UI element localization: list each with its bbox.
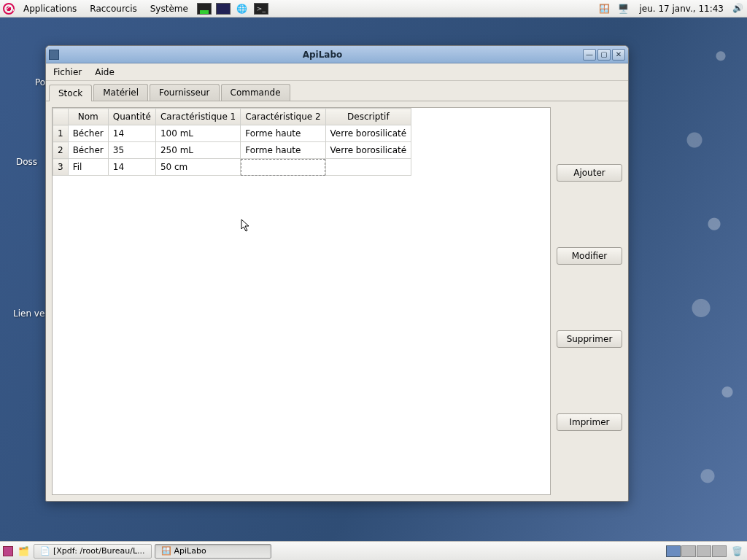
table-cell[interactable]: 3: [53, 159, 69, 176]
app-window: ApiLabo — ▢ ✕ Fichier Aide Stock Matérie…: [45, 45, 629, 502]
col-carac1[interactable]: Caractéristique 1: [155, 109, 240, 125]
col-quantite[interactable]: Quantité: [108, 109, 155, 125]
table-cell[interactable]: Fil: [68, 159, 108, 176]
table-cell[interactable]: 250 mL: [155, 142, 240, 159]
table-cell[interactable]: 35: [108, 142, 155, 159]
table-cell[interactable]: 100 mL: [155, 125, 240, 142]
web-icon[interactable]: 🌐: [235, 3, 249, 15]
clock[interactable]: jeu. 17 janv., 11:43: [635, 4, 728, 14]
sysmon-icon[interactable]: [197, 3, 212, 15]
table-wrap[interactable]: Nom Quantité Caractéristique 1 Caractéri…: [52, 107, 551, 495]
table-cell[interactable]: Bécher: [68, 142, 108, 159]
window-list-icon[interactable]: 🗂️: [16, 545, 31, 557]
menu-raccourcis[interactable]: Raccourcis: [85, 2, 141, 15]
task-label: ApiLabo: [174, 546, 206, 556]
debian-logo-icon[interactable]: [3, 3, 15, 15]
minimize-button[interactable]: —: [583, 49, 596, 61]
button-sidebar: Ajouter Modifier Supprimer Imprimer: [557, 107, 622, 495]
wallpaper-decor: [616, 0, 747, 560]
task-app-icon: 📄: [40, 546, 50, 556]
close-button[interactable]: ✕: [612, 49, 625, 61]
workspace-1[interactable]: [666, 545, 681, 557]
workspace-2[interactable]: [681, 545, 696, 557]
desktop-icon-label: Doss: [16, 157, 37, 167]
modifier-button[interactable]: Modifier: [557, 247, 622, 265]
titlebar[interactable]: ApiLabo — ▢ ✕: [46, 46, 628, 63]
menubar: Fichier Aide: [46, 63, 628, 81]
tray-icon-1[interactable]: 🪟: [597, 3, 611, 15]
table-cell[interactable]: Forme haute: [241, 142, 325, 159]
window-title: ApiLabo: [63, 50, 581, 60]
bottom-panel: 🗂️ 📄 [Xpdf: /root/Bureau/L... 🪟 ApiLabo …: [0, 541, 747, 560]
client-area: Nom Quantité Caractéristique 1 Caractéri…: [46, 101, 628, 501]
table-cell[interactable]: Verre borosilicaté: [325, 125, 411, 142]
task-app-icon: 🪟: [161, 546, 171, 556]
tab-commande[interactable]: Commande: [221, 84, 290, 101]
col-rownum[interactable]: [53, 109, 69, 125]
supprimer-button[interactable]: Supprimer: [557, 330, 622, 348]
top-panel: Applications Raccourcis Système 🌐 >_ 🪟 🖥…: [0, 0, 747, 18]
table-cell[interactable]: 50 cm: [155, 159, 240, 176]
table-cell[interactable]: 1: [53, 125, 69, 142]
imprimer-button[interactable]: Imprimer: [557, 413, 622, 431]
table-cell[interactable]: Bécher: [68, 125, 108, 142]
volume-icon[interactable]: 🔊: [732, 3, 744, 15]
table-cell[interactable]: 2: [53, 142, 69, 159]
tray-icon-2[interactable]: 🖥️: [616, 3, 630, 15]
table-row[interactable]: 3Fil1450 cm: [53, 159, 411, 176]
stock-table: Nom Quantité Caractéristique 1 Caractéri…: [53, 108, 411, 176]
workspace-pager[interactable]: [666, 545, 727, 557]
workspace-3[interactable]: [697, 545, 711, 557]
table-row[interactable]: 2Bécher35250 mLForme hauteVerre borosili…: [53, 142, 411, 159]
tab-fournisseur[interactable]: Fournisseur: [150, 84, 220, 101]
col-nom[interactable]: Nom: [68, 109, 108, 125]
table-cell[interactable]: [241, 159, 325, 176]
menu-systeme[interactable]: Système: [146, 2, 193, 15]
tab-materiel[interactable]: Matériel: [93, 84, 148, 101]
menu-aide[interactable]: Aide: [92, 66, 117, 79]
workspace-4[interactable]: [712, 545, 727, 557]
maximize-button[interactable]: ▢: [597, 49, 611, 61]
table-cell[interactable]: [325, 159, 411, 176]
col-descriptif[interactable]: Descriptif: [325, 109, 411, 125]
tab-stock[interactable]: Stock: [49, 85, 92, 101]
table-cell[interactable]: 14: [108, 125, 155, 142]
show-desktop-icon[interactable]: [3, 546, 13, 556]
task-label: [Xpdf: /root/Bureau/L...: [53, 546, 145, 556]
table-row[interactable]: 1Bécher14100 mLForme hauteVerre borosili…: [53, 125, 411, 142]
desktop-icon-label: Lien ve: [13, 308, 44, 319]
task-apilabo[interactable]: 🪟 ApiLabo: [155, 544, 271, 559]
task-xpdf[interactable]: 📄 [Xpdf: /root/Bureau/L...: [34, 544, 152, 559]
tabbar: Stock Matériel Fournisseur Commande: [46, 81, 628, 101]
window-icon: [49, 50, 59, 60]
table-cell[interactable]: Verre borosilicaté: [325, 142, 411, 159]
table-cell[interactable]: Forme haute: [241, 125, 325, 142]
sysmon2-icon[interactable]: [216, 3, 231, 15]
terminal-icon[interactable]: >_: [254, 3, 268, 15]
menu-fichier[interactable]: Fichier: [50, 66, 85, 79]
ajouter-button[interactable]: Ajouter: [557, 164, 622, 182]
table-cell[interactable]: 14: [108, 159, 155, 176]
menu-applications[interactable]: Applications: [19, 2, 81, 15]
col-carac2[interactable]: Caractéristique 2: [241, 109, 325, 125]
trash-icon[interactable]: 🗑️: [729, 545, 744, 557]
